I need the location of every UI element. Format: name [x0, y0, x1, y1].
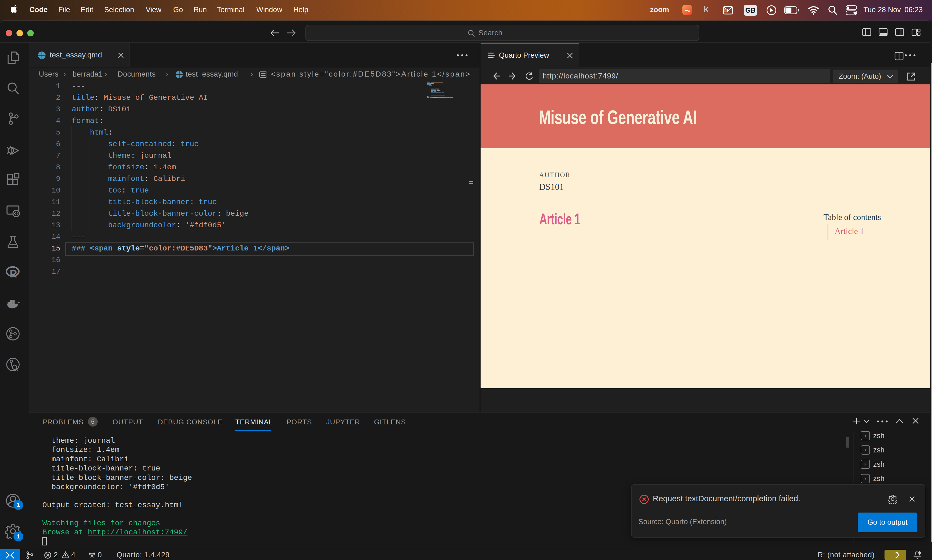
svg-text:R: R — [10, 268, 17, 280]
